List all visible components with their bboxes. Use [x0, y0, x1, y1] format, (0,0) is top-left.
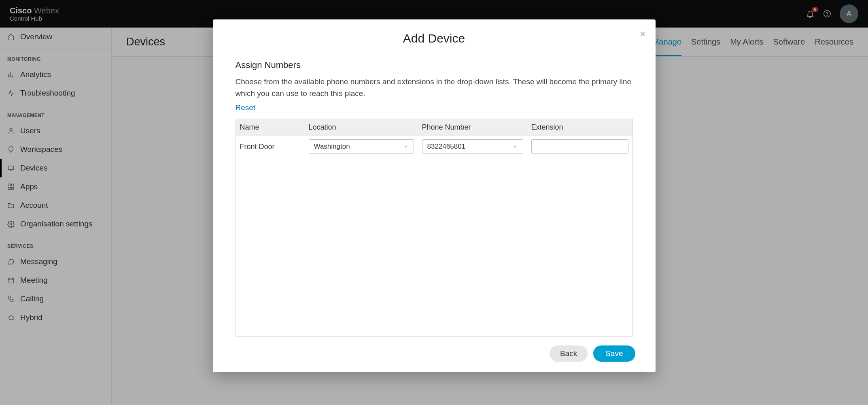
- add-device-modal: Add Device Assign Numbers Choose from th…: [213, 19, 656, 372]
- location-select[interactable]: Washington: [309, 139, 414, 154]
- column-header-phone: Phone Number: [418, 119, 527, 136]
- save-button[interactable]: Save: [593, 345, 635, 362]
- close-icon: [639, 30, 647, 38]
- table-header-row: Name Location Phone Number Extension: [236, 119, 632, 136]
- extension-input[interactable]: [531, 139, 628, 154]
- column-header-location: Location: [305, 119, 418, 136]
- chevron-down-icon: [512, 144, 518, 149]
- row-name: Front Door: [236, 143, 305, 151]
- phone-number-select[interactable]: 8322465801: [422, 139, 523, 154]
- section-title: Assign Numbers: [236, 60, 633, 70]
- close-button[interactable]: [639, 30, 647, 38]
- location-selected-value: Washington: [314, 143, 350, 151]
- phone-selected-value: 8322465801: [427, 143, 466, 151]
- column-header-extension: Extension: [527, 119, 632, 136]
- table-row: Front Door Washington 8322465801: [236, 136, 632, 157]
- column-header-name: Name: [236, 119, 305, 136]
- section-description: Choose from the available phone numbers …: [236, 76, 633, 99]
- modal-title: Add Device: [233, 32, 635, 45]
- chevron-down-icon: [403, 144, 409, 149]
- assign-numbers-table: Name Location Phone Number Extension Fro…: [236, 119, 633, 337]
- back-button[interactable]: Back: [550, 345, 588, 362]
- reset-link[interactable]: Reset: [236, 103, 256, 112]
